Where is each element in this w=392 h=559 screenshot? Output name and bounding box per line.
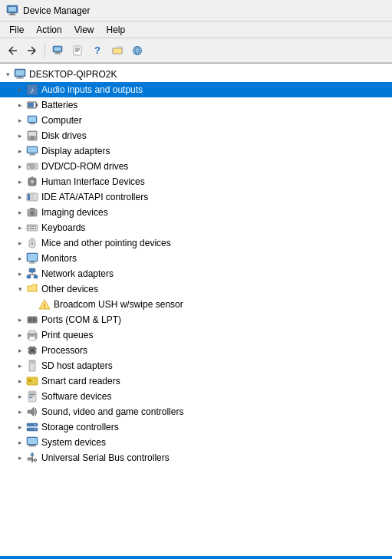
tree-toggle-network[interactable] — [14, 268, 26, 280]
tree-item-hid[interactable]: Human Interface Devices — [0, 174, 392, 189]
svg-rect-56 — [28, 225, 29, 227]
item-label-storage: Storage controllers — [41, 422, 119, 432]
tree-toggle-broadcom — [26, 298, 38, 311]
svg-rect-68 — [29, 263, 35, 264]
item-label-mice: Mice and other pointing devices — [41, 238, 171, 248]
toolbar: ? — [0, 38, 392, 63]
tree-toggle-other[interactable] — [14, 283, 26, 295]
tree-toggle-smartcard[interactable] — [14, 375, 26, 387]
tree-toggle-software[interactable] — [14, 390, 26, 403]
tree-toggle-dvd[interactable] — [14, 160, 26, 173]
svg-rect-80 — [33, 318, 35, 321]
tree-item-storage[interactable]: Storage controllers — [0, 419, 392, 435]
item-label-ide: IDE ATA/ATAPI controllers — [41, 192, 148, 202]
item-icon-software — [26, 390, 38, 403]
item-label-software: Software devices — [41, 391, 111, 402]
svg-rect-43 — [28, 164, 31, 166]
svg-rect-102 — [29, 394, 35, 395]
tree-item-sound[interactable]: Sound, video and game controllers — [0, 404, 392, 419]
item-label-usb: Universal Serial Bus controllers — [41, 452, 170, 463]
tree-toggle-monitors[interactable] — [14, 252, 26, 265]
tree-item-root[interactable]: DESKTOP-QIPRO2K — [0, 67, 392, 82]
item-label-broadcom: Broadcom USH w/swipe sensor — [54, 299, 183, 310]
tree-item-computer[interactable]: Computer — [0, 113, 392, 128]
svg-rect-3 — [8, 15, 16, 15]
svg-rect-26 — [36, 104, 38, 107]
svg-rect-78 — [28, 317, 37, 323]
tree-toggle-mice[interactable] — [14, 237, 26, 249]
folder-button[interactable] — [108, 41, 127, 60]
back-button[interactable] — [3, 41, 21, 60]
tree-item-broadcom[interactable]: !Broadcom USH w/swipe sensor — [0, 297, 392, 312]
tree-toggle-hid[interactable] — [14, 176, 26, 188]
tree-toggle-keyboards[interactable] — [14, 222, 26, 234]
item-icon-hid — [26, 176, 38, 188]
svg-rect-29 — [28, 117, 36, 122]
tree-toggle-ide[interactable] — [14, 191, 26, 203]
menu-file[interactable]: File — [3, 23, 30, 37]
item-icon-monitors — [26, 252, 38, 265]
tree-item-network[interactable]: Network adapters — [0, 266, 392, 281]
tree-toggle-imaging[interactable] — [14, 206, 26, 219]
tree-item-batteries[interactable]: Batteries — [0, 97, 392, 113]
menu-view[interactable]: View — [68, 23, 100, 37]
tree-item-keyboards[interactable]: Keyboards — [0, 220, 392, 235]
tree-item-disk[interactable]: Disk drives — [0, 128, 392, 143]
tree-item-system[interactable]: System devices — [0, 435, 392, 450]
tree-item-usb[interactable]: Universal Serial Bus controllers — [0, 450, 392, 465]
tree-toggle-storage[interactable] — [14, 421, 26, 433]
tree-toggle-disk[interactable] — [14, 130, 26, 142]
tree-item-print[interactable]: Print queues — [0, 327, 392, 343]
tree-item-ports[interactable]: Ports (COM & LPT) — [0, 312, 392, 327]
tree-item-smartcard[interactable]: Smart card readers — [0, 373, 392, 389]
tree-toggle-batteries[interactable] — [14, 99, 26, 111]
tree-toggle-sd[interactable] — [14, 360, 26, 372]
menu-action[interactable]: Action — [30, 23, 68, 37]
svg-rect-58 — [32, 225, 34, 227]
menu-bar: File Action View Help — [0, 21, 392, 38]
tree-item-other[interactable]: Other devices — [0, 281, 392, 297]
item-label-other: Other devices — [41, 284, 98, 294]
tree-item-mice[interactable]: Mice and other pointing devices — [0, 235, 392, 251]
svg-rect-37 — [28, 147, 37, 153]
tree-toggle-print[interactable] — [14, 329, 26, 341]
tree-toggle-system[interactable] — [14, 436, 26, 449]
svg-rect-67 — [31, 261, 34, 263]
tree-item-audio[interactable]: ♪Audio inputs and outputs — [0, 82, 392, 97]
tree-toggle-audio[interactable] — [14, 84, 26, 96]
item-label-audio: Audio inputs and outputs — [41, 84, 143, 95]
tree-toggle-display[interactable] — [14, 145, 26, 157]
forward-button[interactable] — [23, 41, 41, 60]
help-button[interactable]: ? — [88, 41, 107, 60]
globe-button[interactable] — [128, 41, 147, 60]
toolbar-sep-1 — [44, 43, 45, 58]
tree-item-imaging[interactable]: Imaging devices — [0, 205, 392, 220]
item-label-system: System devices — [41, 437, 106, 448]
svg-rect-21 — [18, 77, 22, 78]
content-area[interactable]: DESKTOP-QIPRO2K♪Audio inputs and outputs… — [0, 63, 392, 556]
svg-rect-46 — [31, 176, 33, 179]
tree-item-processors[interactable]: Processors — [0, 343, 392, 358]
item-label-processors: Processors — [41, 345, 87, 356]
tree-toggle-computer[interactable] — [14, 114, 26, 127]
tree-item-display[interactable]: Display adapters — [0, 143, 392, 159]
menu-help[interactable]: Help — [100, 23, 132, 37]
tree-toggle-usb[interactable] — [14, 452, 26, 464]
tree-item-sd[interactable]: SD host adapters — [0, 358, 392, 373]
tree-toggle-processors[interactable] — [14, 344, 26, 357]
properties-button[interactable] — [68, 41, 87, 60]
svg-point-108 — [35, 424, 36, 426]
tree-item-monitors[interactable]: Monitors — [0, 251, 392, 266]
item-icon-print — [26, 329, 38, 341]
svg-rect-79 — [29, 318, 31, 321]
tree-item-ide[interactable]: IDE ATA/ATAPI controllers — [0, 189, 392, 205]
svg-rect-7 — [54, 47, 61, 51]
computer-button[interactable] — [48, 41, 67, 60]
svg-rect-57 — [30, 225, 31, 227]
item-label-root: DESKTOP-QIPRO2K — [29, 69, 117, 80]
tree-item-dvd[interactable]: DVD/CD-ROM drives — [0, 159, 392, 174]
tree-toggle-ports[interactable] — [14, 314, 26, 326]
tree-toggle-root[interactable] — [2, 68, 14, 81]
tree-item-software[interactable]: Software devices — [0, 389, 392, 404]
tree-toggle-sound[interactable] — [14, 406, 26, 418]
